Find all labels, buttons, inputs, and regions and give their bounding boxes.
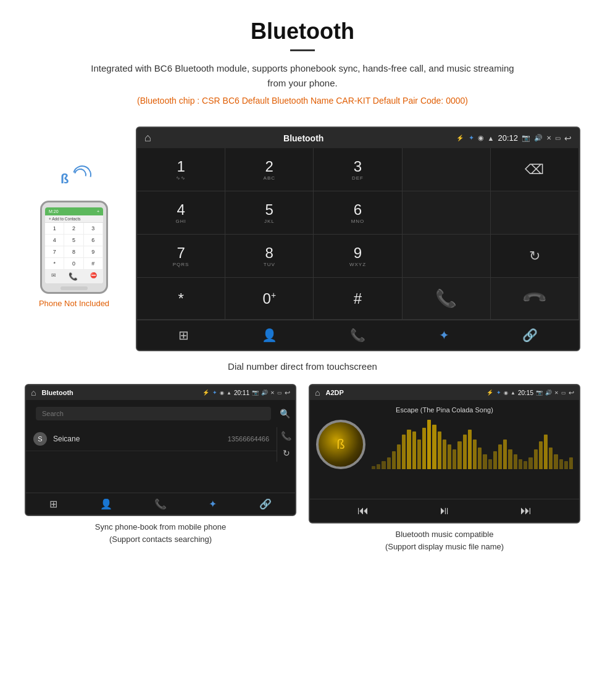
eq-bar-3 (387, 457, 391, 469)
key-call-red[interactable]: 📞 (491, 278, 579, 320)
music-content: Escape (The Pina Colada Song) ß (310, 400, 579, 499)
eq-bar-36 (554, 454, 557, 469)
eq-bar-29 (519, 459, 522, 469)
phonebook-screen-wrap: ⌂ Bluetooth ⚡ ✦ ◉ ▲ 20:11 📷 🔊 ✕ ▭ ↩ (25, 384, 296, 552)
toolbar-link-icon[interactable]: 🔗 (522, 328, 538, 343)
key-3[interactable]: 3 DEF (314, 148, 402, 191)
eq-bar-10 (422, 428, 426, 469)
pb-search-icon[interactable]: 🔍 (280, 409, 290, 419)
pb-link-icon[interactable]: 🔗 (259, 498, 272, 510)
car-screen-title: Bluetooth (156, 133, 451, 143)
eq-bar-21 (478, 448, 482, 469)
camera-icon: 📷 (522, 134, 530, 142)
pb-layout: S Seicane 13566664466 📞 ↻ (26, 427, 295, 462)
eq-bar-0 (372, 466, 375, 469)
play-pause-button[interactable]: ⏯ (439, 504, 450, 517)
eq-bar-28 (514, 454, 517, 469)
phone-not-included-label: Phone Not Included (39, 299, 109, 308)
pb-status-bar: ⌂ Bluetooth ⚡ ✦ ◉ ▲ 20:11 📷 🔊 ✕ ▭ ↩ (26, 385, 295, 400)
car-dial-screen: ⌂ Bluetooth ⚡ ✦ ◉ ▲ 20:12 📷 🔊 ✕ ▭ ↩ (136, 127, 580, 351)
pb-home-icon[interactable]: ⌂ (31, 388, 36, 398)
key-9[interactable]: 9 WXYZ (314, 235, 402, 278)
pb-search-placeholder: Search (42, 410, 64, 417)
music-car-screen: ⌂ A2DP ⚡ ✦ ◉ ▲ 20:15 📷 🔊 ✕ ▭ ↩ Escape (T… (309, 384, 580, 523)
key-hash[interactable]: # (314, 278, 402, 320)
key-5[interactable]: 5 JKL (225, 191, 314, 235)
key-8[interactable]: 8 TUV (225, 235, 314, 278)
eq-bar-37 (559, 459, 563, 469)
key-4[interactable]: 4 GHI (137, 191, 225, 235)
music-controls: ⏮ ⏯ ⏭ (310, 499, 579, 522)
car-home-icon[interactable]: ⌂ (144, 131, 151, 144)
key-2[interactable]: 2 ABC (225, 148, 314, 191)
next-button[interactable]: ⏭ (520, 504, 532, 517)
pb-call-icon[interactable]: 📞 (281, 431, 291, 441)
wave2 (70, 162, 95, 188)
dial-row-4: * 0+ # 📞 📞 (137, 278, 579, 320)
toolbar-dialpad-icon[interactable]: ⊞ (178, 328, 189, 343)
phone-bottom-bar: ✉ 📞 ⛔ (45, 270, 103, 283)
key-backspace[interactable]: ⌫ (491, 148, 579, 191)
pb-spacer (26, 462, 295, 493)
eq-bar-27 (508, 449, 512, 469)
pb-contact-number: 13566664466 (228, 435, 269, 443)
dial-area: 1 ∿∿ 2 ABC 3 DEF ⌫ (137, 148, 579, 350)
eq-bar-39 (569, 457, 573, 469)
car-usb-icon: ⚡ (456, 135, 464, 141)
key-1[interactable]: 1 ∿∿ (137, 148, 225, 191)
dial-row-3: 7 PQRS 8 TUV 9 WXYZ ↻ (137, 235, 579, 278)
key-call-green[interactable]: 📞 (403, 278, 491, 320)
toolbar-contacts-icon[interactable]: 👤 (262, 328, 277, 343)
phone-mockup: M:20 + + Add to Contacts 1 2 3 4 5 6 7 8… (40, 201, 108, 294)
eq-bar-12 (432, 425, 436, 469)
pb-dialpad-icon[interactable]: ⊞ (49, 498, 57, 510)
album-bt-icon: ß (336, 436, 344, 452)
eq-bar-6 (402, 435, 406, 469)
eq-bar-15 (448, 444, 451, 469)
music-back-icon[interactable]: ↩ (569, 389, 574, 397)
eq-bar-9 (417, 440, 421, 469)
eq-bar-13 (438, 431, 441, 469)
music-main-area: ß (316, 420, 573, 469)
pb-search-bar[interactable]: Search (36, 407, 271, 420)
music-caption-line2: (Support display music file name) (385, 542, 504, 551)
pb-caption-line2: (Support contacts searching) (109, 535, 212, 544)
window-icon[interactable]: ▭ (555, 135, 561, 141)
close-icon[interactable]: ✕ (546, 135, 551, 141)
pb-search-row: Search 🔍 (26, 400, 295, 427)
toolbar-bluetooth-icon[interactable]: ✦ (439, 328, 449, 343)
music-time: 20:15 (518, 390, 533, 396)
eq-bar-14 (443, 440, 446, 469)
car-status-bar: ⌂ Bluetooth ⚡ ✦ ◉ ▲ 20:12 📷 🔊 ✕ ▭ ↩ (137, 128, 579, 148)
back-icon[interactable]: ↩ (564, 133, 572, 143)
eq-bar-23 (488, 459, 492, 469)
key-empty-2b (491, 191, 579, 235)
pb-back-icon[interactable]: ↩ (285, 389, 290, 397)
pb-side-icons: 📞 ↻ (277, 427, 295, 462)
eq-bar-33 (539, 441, 543, 469)
key-star[interactable]: * (137, 278, 225, 320)
pb-bt-toolbar-icon[interactable]: ✦ (209, 498, 217, 510)
pb-refresh-icon[interactable]: ↻ (283, 448, 290, 458)
key-7[interactable]: 7 PQRS (137, 235, 225, 278)
key-redial[interactable]: ↻ (491, 235, 579, 278)
eq-bar-5 (397, 444, 401, 469)
pb-contact-row[interactable]: S Seicane 13566664466 (26, 427, 277, 451)
dial-row-1: 1 ∿∿ 2 ABC 3 DEF ⌫ (137, 148, 579, 191)
phone-container: ß M:20 + + Add to Contacts 1 2 3 4 5 6 7… (25, 127, 123, 308)
music-bt-icon: ✦ (496, 390, 501, 396)
pb-contacts-icon[interactable]: 👤 (100, 498, 112, 510)
wifi-status-icon: ▲ (488, 135, 494, 142)
song-title: Escape (The Pina Colada Song) (396, 406, 493, 414)
toolbar-phone-icon[interactable]: 📞 (350, 328, 365, 343)
eq-bar-25 (498, 444, 502, 469)
eq-bar-11 (427, 420, 431, 469)
prev-button[interactable]: ⏮ (357, 504, 369, 517)
key-0[interactable]: 0+ (225, 278, 314, 320)
music-screen-title: A2DP (325, 389, 483, 396)
bottom-section: ⌂ Bluetooth ⚡ ✦ ◉ ▲ 20:11 📷 🔊 ✕ ▭ ↩ (0, 384, 605, 552)
key-6[interactable]: 6 MNO (314, 191, 402, 235)
music-home-icon[interactable]: ⌂ (315, 388, 320, 398)
title-divider (290, 49, 315, 51)
pb-phone-icon[interactable]: 📞 (154, 498, 167, 510)
